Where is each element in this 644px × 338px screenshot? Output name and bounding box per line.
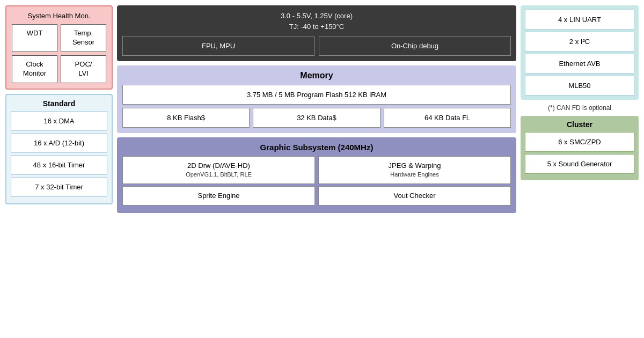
graphic-2d-drw: 2D Drw (D/AVE-HD) OpenVG1.1, BitBLT, RLE — [122, 156, 315, 184]
cpu-features: FPU, MPU On-Chip debug — [122, 36, 511, 56]
graphic-jpeg-sub: Hardware Engines — [323, 171, 506, 179]
graphic-subsystem-box: Graphic Subsystem (240MHz) 2D Drw (D/AVE… — [117, 137, 516, 213]
memory-flash-ram: 3.75 MB / 5 MB Program Flash 512 KB iRAM — [122, 85, 511, 105]
graphic-sprite: Sprite Engine — [122, 186, 315, 205]
memory-title: Memory — [122, 71, 511, 80]
cluster-smc-zpd: 6 x SMC/ZPD — [525, 132, 634, 152]
graphic-title: Graphic Subsystem (240MHz) — [122, 143, 511, 152]
memory-box: Memory 3.75 MB / 5 MB Program Flash 512 … — [117, 65, 516, 133]
right-column: 4 x LIN UART 2 x I²C Ethernet AVB MLB50 … — [521, 5, 639, 333]
connectivity-lin-uart: 4 x LIN UART — [525, 10, 634, 30]
graphic-jpeg-main: JPEG & Warping — [323, 161, 506, 171]
cluster-sound-gen: 5 x Sound Generator — [525, 154, 634, 174]
health-cell-poc: POC/LVI — [61, 55, 106, 83]
health-cell-clock: ClockMonitor — [12, 55, 57, 83]
center-column: 3.0 - 5.5V, 1.25V (core) TJ: -40 to +150… — [117, 5, 516, 333]
cluster-title: Cluster — [525, 120, 634, 129]
memory-data-cache: 32 KB Data$ — [253, 108, 380, 128]
cpu-voltage-temp: 3.0 - 5.5V, 1.25V (core) TJ: -40 to +150… — [122, 11, 511, 32]
health-cell-temp: Temp.Sensor — [61, 24, 106, 52]
standard-item-timer16: 48 x 16-bit Timer — [11, 155, 107, 175]
cpu-fpu-mpu: FPU, MPU — [122, 36, 314, 56]
cpu-box: 3.0 - 5.5V, 1.25V (core) TJ: -40 to +150… — [117, 5, 516, 61]
connectivity-i2c: 2 x I²C — [525, 32, 634, 52]
graphic-2d-sub: OpenVG1.1, BitBLT, RLE — [127, 171, 310, 179]
left-column: System Health Mon. WDT Temp.Sensor Clock… — [5, 5, 113, 333]
system-health-box: System Health Mon. WDT Temp.Sensor Clock… — [5, 5, 113, 90]
standard-box: Standard 16 x DMA 16 x A/D (12-bit) 48 x… — [5, 94, 113, 204]
graphic-row1: 2D Drw (D/AVE-HD) OpenVG1.1, BitBLT, RLE… — [122, 156, 511, 184]
graphic-row2: Sprite Engine Vout Checker — [122, 186, 511, 205]
connectivity-box: 4 x LIN UART 2 x I²C Ethernet AVB MLB50 — [521, 5, 639, 100]
standard-item-dma: 16 x DMA — [11, 111, 107, 131]
standard-title: Standard — [11, 99, 107, 108]
connectivity-ethernet: Ethernet AVB — [525, 54, 634, 74]
cpu-voltage: 3.0 - 5.5V, 1.25V (core) — [122, 11, 511, 21]
standard-item-adc: 16 x A/D (12-bit) — [11, 133, 107, 153]
graphic-jpeg: JPEG & Warping Hardware Engines — [318, 156, 511, 184]
memory-data-flash: 64 KB Data Fl. — [384, 108, 511, 128]
main-container: System Health Mon. WDT Temp.Sensor Clock… — [0, 0, 644, 338]
memory-flash-cache: 8 KB Flash$ — [122, 108, 250, 128]
graphic-2d-main: 2D Drw (D/AVE-HD) — [127, 161, 310, 171]
cluster-box: Cluster 6 x SMC/ZPD 5 x Sound Generator — [521, 116, 639, 180]
health-cell-wdt: WDT — [12, 24, 57, 52]
can-fd-note: (*) CAN FD is optional — [521, 102, 639, 114]
health-grid: WDT Temp.Sensor ClockMonitor POC/LVI — [12, 24, 106, 83]
connectivity-mlb50: MLB50 — [525, 76, 634, 95]
cpu-temp: TJ: -40 to +150°C — [122, 21, 511, 32]
graphic-vout: Vout Checker — [318, 186, 511, 205]
standard-item-timer32: 7 x 32-bit Timer — [11, 177, 107, 197]
system-health-title: System Health Mon. — [12, 12, 106, 20]
cpu-onchip-debug: On-Chip debug — [319, 36, 511, 56]
memory-cache-row: 8 KB Flash$ 32 KB Data$ 64 KB Data Fl. — [122, 108, 511, 128]
